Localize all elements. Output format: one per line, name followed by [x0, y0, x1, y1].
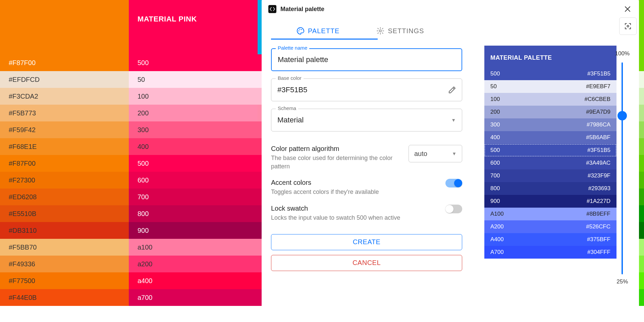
swatch-row[interactable]: #F87F00 — [0, 54, 129, 71]
swatch-row[interactable]: 400 — [129, 138, 258, 155]
preview-swatch[interactable]: A100#8B9EFF — [484, 208, 616, 220]
preview-swatch[interactable]: 800#293693 — [484, 182, 616, 195]
code-icon — [268, 5, 276, 13]
swatch-hex: #F5B773 — [9, 109, 76, 117]
tab-settings[interactable]: SETTINGS — [376, 27, 424, 35]
slider-thumb[interactable] — [618, 111, 627, 120]
preview-hex: #375BFF — [587, 236, 610, 243]
palette-name-label: Palette name — [276, 45, 309, 51]
swatch-row[interactable]: #F3CDA2 — [0, 88, 129, 105]
swatch-hex: #F87F00 — [9, 160, 76, 167]
preview-swatch[interactable]: 500#3F51B5 — [484, 144, 616, 157]
accent-sub: Toggles accent colors if they're availab… — [271, 188, 439, 196]
base-color-input[interactable] — [271, 78, 462, 101]
swatch-row[interactable]: 100 — [129, 88, 258, 105]
swatch-row[interactable]: 800 — [129, 205, 258, 222]
algo-select[interactable]: auto ▼ — [409, 145, 462, 162]
base-color-label: Base color — [276, 75, 304, 81]
accent-title: Accent colors — [271, 179, 439, 186]
svg-point-1 — [300, 29, 301, 30]
close-button[interactable] — [623, 4, 632, 14]
preview-hex: #304FFF — [587, 249, 610, 256]
swatch-hex: #F87F00 — [9, 59, 76, 67]
preview-swatch[interactable]: 900#1A227D — [484, 195, 616, 208]
swatch-shade: a200 — [138, 260, 153, 268]
swatch-row[interactable]: #F49336 — [0, 256, 129, 272]
swatch-shade: 50 — [138, 76, 145, 84]
preview-swatch[interactable]: 400#5B6ABF — [484, 131, 616, 144]
swatch-hex: #DB3110 — [9, 227, 76, 234]
swatch-row[interactable]: #ED6208 — [0, 189, 129, 205]
preview-hex: #5B6ABF — [586, 134, 610, 141]
lock-sub: Locks the input value to swatch 500 when… — [271, 214, 439, 222]
swatch-hex: #ED6208 — [9, 193, 76, 201]
swatch-row[interactable]: #E5510B — [0, 205, 129, 222]
preview-hex: #7986CA — [587, 121, 610, 128]
preview-shade: 300 — [490, 121, 500, 128]
swatch-row[interactable]: 300 — [129, 121, 258, 138]
preview-swatch[interactable]: A400#375BFF — [484, 233, 616, 246]
preview-shade: A700 — [490, 249, 504, 256]
swatch-row[interactable]: a700 — [129, 289, 258, 306]
swatch-row[interactable]: #F27300 — [0, 172, 129, 189]
swatch-shade: 100 — [138, 93, 149, 100]
swatch-row[interactable]: #F5B773 — [0, 105, 129, 121]
swatch-row[interactable]: #F44E0B — [0, 289, 129, 306]
preview-hex: #9EA7D9 — [586, 109, 610, 115]
preview-swatch[interactable]: 200#9EA7D9 — [484, 106, 616, 118]
swatch-row[interactable]: 500 — [129, 54, 258, 71]
dialog-title: Material palette — [280, 6, 623, 13]
swatch-row[interactable]: #F87F00 — [0, 155, 129, 172]
swatch-row[interactable]: a200 — [129, 256, 258, 272]
preview-swatch[interactable]: 100#C6CBEB — [484, 93, 616, 106]
cancel-button[interactable]: CANCEL — [271, 255, 462, 271]
preview-shade: 600 — [490, 160, 500, 166]
swatch-row[interactable]: 900 — [129, 222, 258, 239]
swatch-row[interactable]: 500 — [129, 155, 258, 172]
preview-hex: #3F51B5 — [587, 147, 610, 154]
preview-shade: 100 — [490, 96, 500, 103]
preview-swatch[interactable]: 700#323F9F — [484, 169, 616, 182]
preview-shade: 500 — [490, 147, 500, 154]
swatch-hex: #F77500 — [9, 277, 76, 285]
tab-palette[interactable]: PALETTE — [297, 27, 339, 35]
preview-swatch[interactable]: 600#3A49AC — [484, 157, 616, 169]
gear-icon — [376, 27, 384, 35]
swatch-row[interactable]: #F5BB70 — [0, 239, 129, 256]
swatch-row[interactable]: 50 — [129, 71, 258, 88]
base-color-field: Base color — [271, 78, 462, 101]
chevron-down-icon: ▼ — [451, 117, 456, 123]
preview-swatch[interactable]: 500#3F51B5 — [484, 67, 616, 80]
swatch-row[interactable]: #F68E1E — [0, 138, 129, 155]
swatch-row[interactable]: #DB3110 — [0, 222, 129, 239]
swatch-shade: a400 — [138, 277, 153, 285]
swatch-row[interactable]: #F59F42 — [0, 121, 129, 138]
eyedropper-icon[interactable] — [448, 86, 456, 94]
accent-toggle[interactable] — [445, 179, 462, 187]
opacity-slider[interactable] — [622, 62, 623, 274]
swatch-row[interactable]: #F77500 — [0, 272, 129, 289]
palette-name-input[interactable] — [271, 48, 462, 71]
bg-column-title — [0, 0, 129, 54]
preview-swatch[interactable]: 50#E9EBF7 — [484, 80, 616, 93]
lock-toggle[interactable] — [445, 205, 462, 213]
swatch-row[interactable]: a100 — [129, 239, 258, 256]
swatch-shade: 300 — [138, 126, 149, 134]
swatch-hex: #F49336 — [9, 260, 76, 268]
preview-swatch[interactable]: A200#526CFC — [484, 220, 616, 233]
preview-hex: #323F9F — [588, 172, 610, 179]
schema-select[interactable]: Material ▼ — [271, 109, 462, 131]
swatch-row[interactable]: a400 — [129, 272, 258, 289]
preview-swatch[interactable]: 300#7986CA — [484, 118, 616, 131]
swatch-hex: #F44E0B — [9, 294, 76, 302]
preview-shade: 700 — [490, 172, 500, 179]
create-button[interactable]: CREATE — [271, 234, 462, 250]
swatch-row[interactable]: 600 — [129, 172, 258, 189]
swatch-shade: 800 — [138, 210, 149, 218]
swatch-row[interactable]: #EFDFCD — [0, 71, 129, 88]
swatch-row[interactable]: 200 — [129, 105, 258, 121]
swatch-row[interactable]: 700 — [129, 189, 258, 205]
preview-swatch[interactable]: A700#304FFF — [484, 246, 616, 259]
preview-hex: #3A49AC — [586, 160, 610, 166]
preview-hex: #E9EBF7 — [586, 83, 610, 90]
